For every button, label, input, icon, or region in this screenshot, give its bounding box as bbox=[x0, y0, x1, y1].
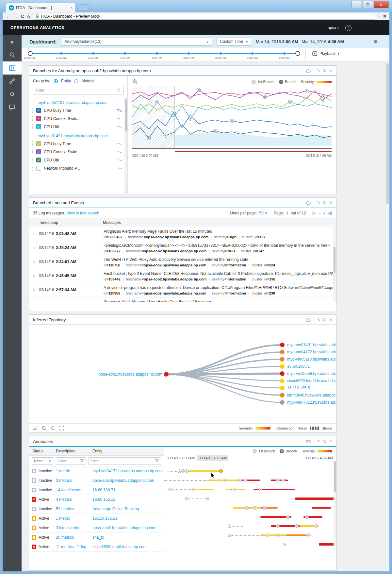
radio-entity[interactable] bbox=[54, 79, 58, 83]
close-icon[interactable]: ✕ bbox=[329, 318, 332, 322]
new-tab-button[interactable] bbox=[77, 4, 90, 10]
expand-icon[interactable]: ⧉ bbox=[323, 69, 326, 73]
export-icon[interactable] bbox=[306, 201, 311, 205]
breach-chart[interactable] bbox=[132, 86, 332, 153]
row-expander-icon[interactable]: › bbox=[29, 283, 39, 297]
anomaly-description-link[interactable]: 3 logs/events bbox=[56, 526, 92, 530]
anomaly-description-link[interactable]: 11 metrics, 11 log... bbox=[56, 545, 92, 549]
anomaly-entity-link[interactable]: opsa-aob2.hpswlabs.adapps.hp.com bbox=[92, 526, 164, 530]
topology-node-label[interactable]: 16.110.135.51 bbox=[287, 386, 312, 390]
drag-handle-icon[interactable] bbox=[32, 124, 34, 129]
zoom-in-icon[interactable] bbox=[42, 426, 47, 431]
metric-row[interactable]: ✓CPU Util bbox=[29, 156, 127, 164]
topology-center-node[interactable] bbox=[164, 372, 169, 377]
metric-checkbox[interactable]: ✓ bbox=[36, 108, 41, 113]
anomaly-entity-link[interactable]: 16.60.155.12 bbox=[92, 497, 164, 502]
close-icon[interactable]: ✕ bbox=[329, 201, 332, 205]
expand-icon[interactable]: ⧉ bbox=[323, 201, 326, 205]
log-scrollbar[interactable] bbox=[333, 227, 336, 302]
anomaly-row[interactable]: Active3 logs/eventsopsa-aob2.hpswlabs.ad… bbox=[29, 523, 164, 533]
lines-per-page-select[interactable]: 50 ∨ bbox=[259, 211, 267, 215]
edit-icon[interactable]: ✎ bbox=[317, 69, 320, 73]
topology-node[interactable] bbox=[280, 357, 285, 362]
first-page-icon[interactable]: ▐◄ bbox=[312, 211, 316, 215]
sidebar-item-dashboards[interactable] bbox=[3, 61, 22, 75]
dashboard-select[interactable]: AnomalyInstance(13) ∨ bbox=[61, 38, 212, 46]
prev-page-icon[interactable]: ◄ bbox=[318, 211, 321, 215]
drag-handle-icon[interactable] bbox=[32, 116, 34, 121]
anomaly-description-link[interactable]: 3 metrics bbox=[56, 478, 92, 483]
slider-tick[interactable] bbox=[92, 52, 94, 55]
list-scrollbar[interactable]: ▼ bbox=[124, 98, 127, 193]
home-icon[interactable]: ⌂ bbox=[27, 14, 30, 19]
drag-handle-icon[interactable] bbox=[32, 149, 34, 154]
anomaly-entity-link[interactable]: myd-vm04172.hpswlabs.adapps.hp.com bbox=[92, 469, 164, 473]
back-icon[interactable]: ← bbox=[6, 14, 10, 19]
slider-tick[interactable] bbox=[251, 52, 253, 55]
anomaly-description-link[interactable]: 14 logs/events bbox=[56, 488, 92, 492]
status-filter-select[interactable]: None...∨ bbox=[32, 457, 53, 464]
anomaly-row[interactable]: Inactive52 metricsAdvantage Online Banki… bbox=[29, 504, 164, 514]
last-page-icon[interactable]: ►▌ bbox=[328, 211, 332, 215]
topology-node-label[interactable]: myd-vm07012.hpswlabs.adapps.hp.com bbox=[287, 400, 335, 405]
slider-tick[interactable] bbox=[124, 52, 126, 55]
slider-tick[interactable] bbox=[188, 52, 190, 55]
edit-icon[interactable]: ✎ bbox=[317, 318, 320, 322]
sidebar-item-feedback[interactable] bbox=[3, 101, 22, 114]
expand-icon[interactable]: ⧉ bbox=[323, 439, 326, 443]
row-expander-icon[interactable]: › bbox=[29, 269, 39, 283]
log-row[interactable]: ›03/14/162:57:34 AMA device or program h… bbox=[29, 283, 336, 297]
metric-checkbox[interactable] bbox=[36, 166, 41, 171]
slider-tick[interactable] bbox=[60, 52, 62, 55]
expand-icon[interactable]: ⧉ bbox=[323, 318, 326, 322]
metric-row[interactable]: Network Inbound P... bbox=[29, 164, 127, 172]
maximize-button[interactable]: ❐ bbox=[363, 1, 373, 8]
zoom-in-icon[interactable] bbox=[132, 79, 138, 85]
topology-node-label[interactable]: labm3lt46.hpswlabs.adapps.hp.com bbox=[287, 393, 335, 397]
tab-close-icon[interactable]: ✕ bbox=[70, 6, 73, 9]
row-expander-icon[interactable]: › bbox=[29, 227, 39, 241]
close-icon[interactable]: ✕ bbox=[329, 439, 332, 443]
view-text-search-link[interactable]: View in text search bbox=[66, 211, 99, 215]
metric-checkbox[interactable]: ✓ bbox=[36, 124, 41, 129]
anomaly-entity-link[interactable]: sha_tx bbox=[92, 535, 164, 540]
metric-row[interactable]: ✓CPU Util bbox=[29, 123, 127, 131]
topology-node-label[interactable]: myd-vm04172.hpswlabs.adapps.hp.com bbox=[287, 350, 335, 354]
topology-node-label[interactable]: myd-vm05110.hpswlabs.adapps.hp.com bbox=[287, 357, 335, 362]
drag-handle-icon[interactable] bbox=[32, 108, 34, 113]
entity-filter-input[interactable]: Filter bbox=[89, 457, 161, 464]
slider-tick[interactable] bbox=[156, 52, 158, 55]
sidebar-item-settings[interactable]: ⚙ bbox=[3, 88, 22, 101]
description-filter-input[interactable]: Filter bbox=[56, 457, 86, 464]
anomaly-entity-link[interactable]: opsa-aob.hpswlabs.adapps.hp.com bbox=[92, 478, 164, 483]
close-button[interactable]: ✕ bbox=[374, 1, 389, 8]
metric-row[interactable]: ✓CPU Context Switc... bbox=[29, 148, 127, 156]
fit-screen-icon[interactable] bbox=[59, 426, 64, 430]
entity-group-link[interactable]: myd-vm01491.hpswlabs.adapps.hp.com bbox=[29, 131, 127, 140]
topology-graph[interactable]: myd-vm01491.hpswlabs.adapps.hp.commyd-vm… bbox=[29, 325, 336, 423]
row-expander-icon[interactable]: › bbox=[29, 241, 39, 255]
topology-node-label[interactable]: myd-vm15558.hpswlabs.adapps.hp.com bbox=[287, 371, 335, 376]
topology-node[interactable] bbox=[280, 386, 285, 390]
slider-handle-start[interactable] bbox=[28, 51, 33, 56]
user-menu[interactable]: opsa ▾ bbox=[328, 25, 339, 30]
sort-icon[interactable] bbox=[33, 426, 38, 430]
anomaly-description-link[interactable]: 1 metric bbox=[56, 516, 92, 521]
topology-node[interactable] bbox=[280, 364, 285, 369]
log-row[interactable]: ›03/14/162:34:01 AMThe WinHTTP Web Proxy… bbox=[29, 255, 336, 269]
time-range-select[interactable]: Custom Time ∨ bbox=[217, 38, 251, 46]
forward-icon[interactable]: → bbox=[13, 14, 18, 19]
metric-row[interactable]: ✓CPU busy Time bbox=[29, 140, 127, 148]
topology-node-label[interactable]: 16.60.188.71 bbox=[287, 364, 310, 369]
browser-menu-icon[interactable]: ≡ bbox=[383, 14, 386, 19]
page-scrollbar[interactable] bbox=[385, 61, 389, 571]
drag-handle-icon[interactable] bbox=[32, 158, 34, 162]
anomaly-description-link[interactable]: 52 metrics bbox=[56, 507, 92, 511]
help-button[interactable]: ? bbox=[345, 25, 351, 31]
edit-icon[interactable]: ✎ bbox=[317, 439, 320, 443]
topology-node[interactable] bbox=[280, 371, 285, 376]
anomaly-description-link[interactable]: 1 metric bbox=[56, 469, 92, 473]
export-icon[interactable] bbox=[306, 439, 311, 443]
topology-node-label[interactable]: myd-vm01491.hpswlabs.adapps.hp.com bbox=[287, 343, 335, 347]
anomaly-description-link[interactable]: 4 metrics bbox=[56, 497, 92, 502]
